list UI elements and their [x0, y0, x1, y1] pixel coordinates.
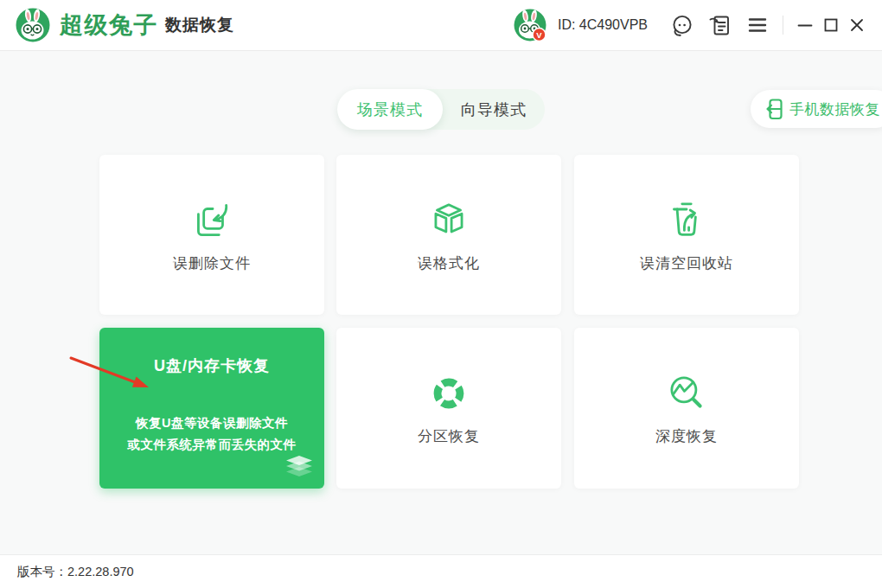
- card-deep-recovery[interactable]: 深度恢复: [574, 328, 799, 489]
- card-deleted-files[interactable]: 误删除文件: [99, 155, 324, 315]
- minimize-icon: [795, 15, 815, 35]
- close-button[interactable]: [844, 12, 870, 38]
- maximize-button[interactable]: [818, 12, 844, 38]
- version-label: 版本号：: [17, 565, 67, 578]
- phone-recovery-button[interactable]: 手机数据恢复: [751, 90, 882, 128]
- card-label: 误格式化: [418, 253, 480, 273]
- maximize-icon: [821, 15, 841, 35]
- partition-icon: [425, 369, 472, 418]
- tab-wizard-mode[interactable]: 向导模式: [443, 89, 545, 130]
- headset-support-icon: [670, 14, 693, 37]
- deep-scan-icon: [663, 369, 710, 418]
- phone-restore-icon: [764, 98, 783, 121]
- card-label: 误清空回收站: [640, 253, 733, 273]
- mode-tabs: 场景模式 向导模式: [337, 89, 545, 130]
- app-brand: 超级兔子 数据恢复: [16, 8, 234, 42]
- card-label: 误删除文件: [173, 253, 251, 273]
- card-label: 深度恢复: [655, 426, 718, 446]
- brand-suffix: 数据恢复: [165, 14, 234, 36]
- feedback-button[interactable]: [706, 12, 732, 38]
- titlebar-divider: [783, 16, 783, 35]
- desc-line-1: 恢复U盘等设备误删除文件: [136, 416, 288, 430]
- file-restore-icon: [189, 196, 235, 245]
- vip-badge: V: [536, 30, 542, 40]
- hamburger-menu-icon: [748, 17, 767, 33]
- highlight-card-description: 恢复U盘等设备误删除文件 或文件系统异常而丢失的文件: [128, 412, 297, 456]
- highlight-card-title: U盘/内存卡恢复: [154, 355, 270, 376]
- layers-stack-icon: [284, 455, 315, 481]
- desc-line-2: 或文件系统异常而丢失的文件: [128, 438, 297, 451]
- support-button[interactable]: [668, 12, 694, 38]
- user-id: ID: 4C490VPB: [558, 17, 648, 33]
- window: { "titlebar": { "brand_name": "超级兔子", "b…: [0, 0, 882, 588]
- close-icon: [847, 15, 867, 35]
- card-usb-memory-card-recovery[interactable]: U盘/内存卡恢复 恢复U盘等设备误删除文件 或文件系统异常而丢失的文件: [99, 328, 324, 489]
- titlebar-right: V ID: 4C490VPB: [513, 8, 882, 42]
- card-formatted[interactable]: 误格式化: [336, 155, 561, 315]
- version-value: 2.22.28.970: [67, 565, 134, 578]
- format-cube-icon: [425, 196, 472, 245]
- card-partition-recovery[interactable]: 分区恢复: [336, 328, 561, 489]
- rabbit-avatar-icon[interactable]: V: [513, 8, 547, 42]
- menu-button[interactable]: [745, 12, 770, 38]
- card-label: 分区恢复: [418, 426, 480, 446]
- rabbit-logo-icon: [16, 8, 50, 42]
- recycle-bin-restore-icon: [663, 196, 710, 245]
- brand-name: 超级兔子: [60, 10, 158, 41]
- titlebar: 超级兔子 数据恢复 V ID: 4C490VPB: [0, 0, 882, 51]
- main-area: 场景模式 向导模式 手机数据恢复 误删除文件: [0, 50, 882, 554]
- feedback-form-icon: [708, 14, 732, 37]
- phone-recovery-label: 手机数据恢复: [789, 99, 880, 119]
- version-text: 版本号：2.22.28.970: [17, 564, 134, 580]
- card-emptied-recycle-bin[interactable]: 误清空回收站: [574, 155, 799, 315]
- tab-scene-mode[interactable]: 场景模式: [337, 89, 443, 130]
- tab-wizard-label: 向导模式: [461, 99, 527, 120]
- statusbar: 版本号：2.22.28.970: [0, 554, 882, 588]
- minimize-button[interactable]: [792, 12, 818, 38]
- tab-scene-label: 场景模式: [357, 99, 423, 120]
